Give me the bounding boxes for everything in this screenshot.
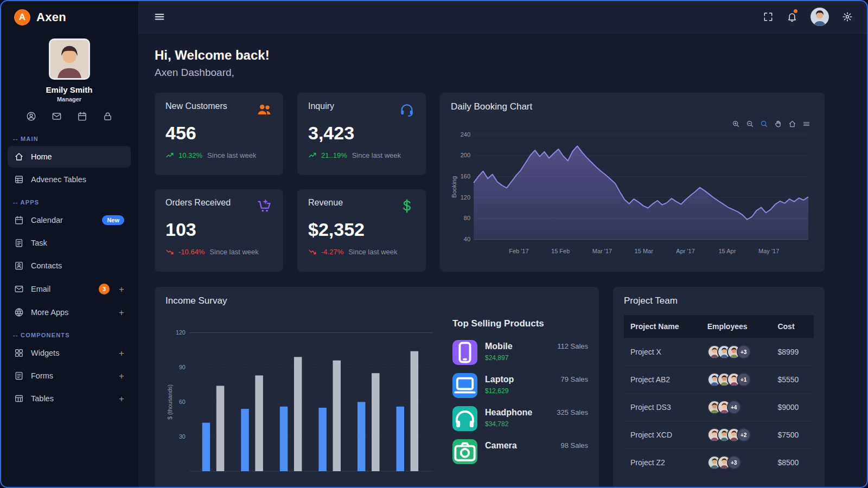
sidebar-nav: -- MAINHomeAdvenec Tables-- APPSCalendar… xyxy=(0,124,138,414)
team-column-employees: Employees xyxy=(701,315,771,338)
menu-toggle-button[interactable] xyxy=(154,11,165,23)
stat-note: Since last week xyxy=(352,151,401,159)
team-row-project-ds3[interactable]: Project DS3+4$9000 xyxy=(624,394,814,421)
svg-text:Mar '17: Mar '17 xyxy=(592,248,612,254)
dollar-icon xyxy=(399,198,415,214)
svg-text:Feb '17: Feb '17 xyxy=(509,248,528,254)
reset-home-icon[interactable] xyxy=(788,120,796,128)
widgets-icon xyxy=(14,348,24,358)
team-row-project-z2[interactable]: Project Z2+3$8500 xyxy=(624,449,814,477)
project-team-title: Project Team xyxy=(624,296,814,306)
sidebar-item-advenec-tables[interactable]: Advenec Tables xyxy=(8,169,131,190)
notifications-button[interactable] xyxy=(787,11,797,22)
sidebar-item-label: Task xyxy=(31,239,124,247)
product-name: Mobile xyxy=(485,342,513,351)
welcome-subtitle: Axen Dashboard, xyxy=(155,67,825,79)
team-column-cost: Cost xyxy=(771,315,814,338)
product-row-headphone[interactable]: Headphone$34,782325 Sales xyxy=(452,406,588,431)
tables-icon xyxy=(14,394,24,403)
employee-avatars: +2 xyxy=(707,428,765,442)
income-survay-chart[interactable]: 306090120$ (thousands) xyxy=(165,312,436,478)
plus-icon[interactable]: + xyxy=(119,308,124,317)
zoom-out-icon[interactable] xyxy=(746,120,754,128)
project-cost: $8999 xyxy=(771,338,814,366)
zoom-select-icon[interactable] xyxy=(760,120,768,128)
stat-note: Since last week xyxy=(207,151,256,159)
more-employees-badge[interactable]: +3 xyxy=(737,345,751,359)
mail-icon[interactable] xyxy=(52,111,62,121)
sidebar-item-more-apps[interactable]: More Apps+ xyxy=(8,301,131,323)
more-employees-badge[interactable]: +1 xyxy=(737,373,751,387)
plus-icon[interactable]: + xyxy=(119,285,124,294)
stat-value: $2,352 xyxy=(308,219,415,240)
trend-up-icon xyxy=(308,151,317,160)
svg-text:80: 80 xyxy=(464,215,470,221)
sidebar-item-contacts[interactable]: Contacts xyxy=(8,255,131,277)
sidebar-item-label: Forms xyxy=(31,371,110,380)
svg-text:40: 40 xyxy=(464,236,470,242)
sidebar-item-label: Widgets xyxy=(31,349,110,357)
calendar-icon[interactable] xyxy=(77,111,87,121)
project-name: Project XCD xyxy=(624,421,701,449)
stat-card-orders-received: Orders Received103-10.64%Since last week xyxy=(155,189,283,272)
project-team-table: Project NameEmployeesCost Project X+3$89… xyxy=(624,315,814,476)
sidebar-item-tables[interactable]: Tables+ xyxy=(8,388,131,409)
svg-text:Booking: Booking xyxy=(451,176,457,198)
user-circle-icon[interactable] xyxy=(26,111,36,121)
more-employees-badge[interactable]: +2 xyxy=(737,428,751,442)
project-cost: $5550 xyxy=(771,366,814,394)
team-row-project-x[interactable]: Project X+3$8999 xyxy=(624,338,814,366)
pan-icon[interactable] xyxy=(774,120,782,128)
sidebar-item-label: Calendar xyxy=(31,216,95,224)
plus-icon[interactable]: + xyxy=(119,371,124,381)
team-row-project-xcd[interactable]: Project XCD+2$7500 xyxy=(624,421,814,449)
content: Hi, Welcome back! Axen Dashboard, Daily … xyxy=(138,34,868,488)
employee-avatars: +1 xyxy=(707,373,765,387)
sidebar-item-home[interactable]: Home xyxy=(8,146,131,168)
brand-name: Axen xyxy=(36,10,66,24)
fullscreen-button[interactable] xyxy=(763,11,774,22)
stat-label: Inquiry xyxy=(308,101,334,111)
email-badge: 3 xyxy=(99,284,110,294)
app-window: A Axen Emily Smith Manager -- MAINHomeAd… xyxy=(0,0,868,488)
team-row-project-ab2[interactable]: Project AB2+1$5550 xyxy=(624,366,814,394)
more-employees-badge[interactable]: +3 xyxy=(727,455,741,470)
stat-delta: 21..19% xyxy=(321,151,347,159)
sidebar-item-task[interactable]: Task xyxy=(8,232,131,254)
main-area: Hi, Welcome back! Axen Dashboard, Daily … xyxy=(138,0,868,488)
lock-icon[interactable] xyxy=(103,111,113,121)
product-row-laptop[interactable]: Laptop$12,62979 Sales xyxy=(452,373,588,398)
product-price: $12,629 xyxy=(485,387,514,395)
project-cost: $7500 xyxy=(771,421,814,449)
product-name: Laptop xyxy=(485,375,514,384)
stat-value: 103 xyxy=(165,219,272,240)
user-avatar[interactable] xyxy=(810,8,829,26)
sidebar-item-forms[interactable]: Forms+ xyxy=(8,365,131,387)
project-cost: $8500 xyxy=(771,449,814,477)
bottom-grid: Income Survay 306090120$ (thousands) Top… xyxy=(155,287,825,488)
product-name: Headphone xyxy=(485,408,532,418)
profile-name: Emily Smith xyxy=(0,85,138,94)
product-row-mobile[interactable]: Mobile$24,897112 Sales xyxy=(452,340,588,365)
more-employees-badge[interactable]: +4 xyxy=(727,400,741,414)
sidebar-item-calendar[interactable]: CalendarNew xyxy=(8,209,131,231)
brand[interactable]: A Axen xyxy=(0,0,138,31)
sidebar-item-label: Advenec Tables xyxy=(31,175,124,184)
product-name: Camera xyxy=(485,441,517,451)
chart-menu-icon[interactable] xyxy=(802,120,810,128)
employee-avatars: +3 xyxy=(707,455,765,470)
plus-icon[interactable]: + xyxy=(119,349,124,358)
stat-delta: -10.64% xyxy=(178,248,205,256)
stat-label: Orders Received xyxy=(165,198,231,208)
settings-button[interactable] xyxy=(842,11,853,22)
svg-text:60: 60 xyxy=(179,399,186,405)
zoom-in-icon[interactable] xyxy=(732,120,740,128)
sidebar-item-email[interactable]: Email3+ xyxy=(8,278,131,300)
product-price: $34,782 xyxy=(485,420,532,428)
sidebar-item-widgets[interactable]: Widgets+ xyxy=(8,342,131,364)
product-row-camera[interactable]: Camera98 Sales xyxy=(452,439,588,464)
products-title: Top Selling Products xyxy=(452,318,588,329)
daily-booking-chart[interactable]: 4080120160200240Feb '1715 FebMar '1715 M… xyxy=(451,130,814,258)
plus-icon[interactable]: + xyxy=(119,394,124,403)
project-cost: $9000 xyxy=(771,394,814,421)
